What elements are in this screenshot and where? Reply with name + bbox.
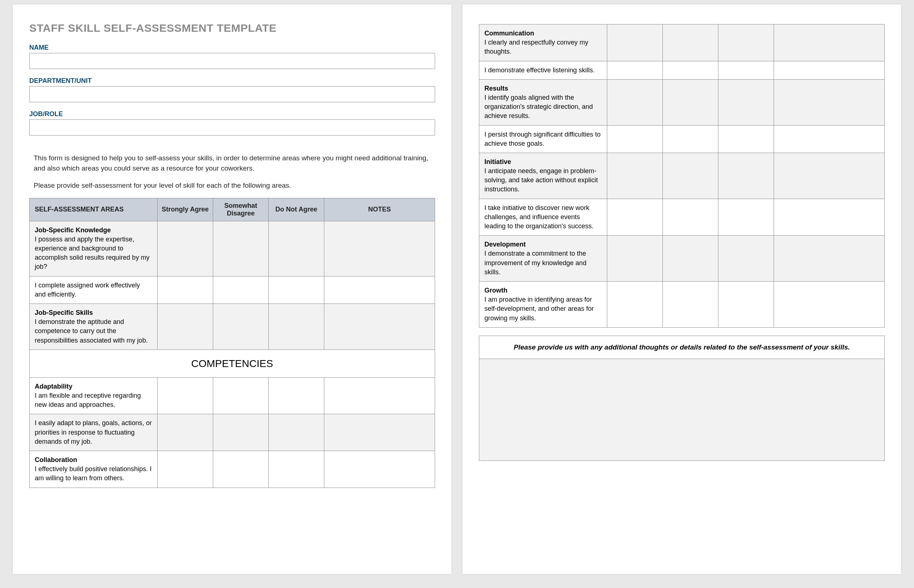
table-row: GrowthI am proactive in identifying area… xyxy=(479,281,885,327)
strongly-agree-cell[interactable] xyxy=(157,377,213,414)
table-row: CommunicationI clearly and respectfully … xyxy=(479,24,885,61)
name-label: NAME xyxy=(29,44,435,52)
col-notes: NOTES xyxy=(324,198,435,221)
somewhat-disagree-cell[interactable] xyxy=(663,153,718,199)
do-not-agree-cell[interactable] xyxy=(718,236,774,281)
intro-paragraph-1: This form is designed to help you to sel… xyxy=(34,153,431,173)
assessment-area-text: I take initiative to discover new work c… xyxy=(485,204,594,230)
assessment-area-cell: I persist through significant difficulti… xyxy=(479,125,607,153)
notes-cell[interactable] xyxy=(774,199,885,236)
do-not-agree-cell[interactable] xyxy=(718,61,774,79)
do-not-agree-cell[interactable] xyxy=(269,414,324,451)
do-not-agree-cell[interactable] xyxy=(718,79,774,125)
somewhat-disagree-cell[interactable] xyxy=(663,79,718,125)
somewhat-disagree-cell[interactable] xyxy=(663,199,718,236)
somewhat-disagree-cell[interactable] xyxy=(663,24,718,61)
competencies-section-row: COMPETENCIES xyxy=(30,349,435,377)
table-row: I easily adapt to plans, goals, actions,… xyxy=(30,414,435,451)
do-not-agree-cell[interactable] xyxy=(718,199,774,236)
assessment-area-text: I demonstrate the aptitude and competenc… xyxy=(35,318,148,344)
strongly-agree-cell[interactable] xyxy=(607,79,663,125)
table-row: I take initiative to discover new work c… xyxy=(479,199,885,236)
assessment-area-heading: Collaboration xyxy=(35,456,152,465)
strongly-agree-cell[interactable] xyxy=(607,199,663,236)
table-row: ResultsI identify goals aligned with the… xyxy=(479,79,885,125)
department-field-group: DEPARTMENT/UNIT xyxy=(29,77,435,102)
name-input[interactable] xyxy=(29,53,435,69)
assessment-area-text: I possess and apply the expertise, exper… xyxy=(35,236,149,271)
strongly-agree-cell[interactable] xyxy=(157,414,213,451)
assessment-table-page2: CommunicationI clearly and respectfully … xyxy=(479,24,885,328)
assessment-area-cell: I take initiative to discover new work c… xyxy=(479,199,607,236)
somewhat-disagree-cell[interactable] xyxy=(213,377,269,414)
somewhat-disagree-cell[interactable] xyxy=(213,451,269,488)
notes-cell[interactable] xyxy=(774,61,885,79)
strongly-agree-cell[interactable] xyxy=(157,451,213,488)
assessment-area-text: I persist through significant difficulti… xyxy=(485,131,601,147)
job-input[interactable] xyxy=(29,120,435,136)
department-input[interactable] xyxy=(29,86,435,102)
assessment-area-cell: Job-Specific SkillsI demonstrate the apt… xyxy=(30,304,157,349)
do-not-agree-cell[interactable] xyxy=(718,281,774,327)
notes-cell[interactable] xyxy=(324,276,435,304)
assessment-area-cell: Job-Specific KnowledgeI possess and appl… xyxy=(30,221,157,276)
notes-cell[interactable] xyxy=(774,24,885,61)
assessment-area-heading: Adaptability xyxy=(35,382,152,391)
strongly-agree-cell[interactable] xyxy=(607,281,663,327)
notes-cell[interactable] xyxy=(324,221,435,276)
assessment-area-cell: CommunicationI clearly and respectfully … xyxy=(479,24,607,61)
notes-cell[interactable] xyxy=(774,281,885,327)
strongly-agree-cell[interactable] xyxy=(607,61,663,79)
somewhat-disagree-cell[interactable] xyxy=(213,276,269,304)
strongly-agree-cell[interactable] xyxy=(607,153,663,199)
notes-cell[interactable] xyxy=(324,304,435,349)
assessment-area-cell: DevelopmentI demonstrate a commitment to… xyxy=(479,236,607,281)
assessment-area-cell: I easily adapt to plans, goals, actions,… xyxy=(30,414,157,451)
table-row: InitiativeI anticipate needs, engage in … xyxy=(479,153,885,199)
assessment-area-cell: InitiativeI anticipate needs, engage in … xyxy=(479,153,607,199)
strongly-agree-cell[interactable] xyxy=(157,304,213,349)
assessment-area-text: I identify goals aligned with the organi… xyxy=(485,94,593,120)
do-not-agree-cell[interactable] xyxy=(269,377,324,414)
notes-cell[interactable] xyxy=(774,153,885,199)
strongly-agree-cell[interactable] xyxy=(607,24,663,61)
page-1: STAFF SKILL SELF-ASSESSMENT TEMPLATE NAM… xyxy=(13,4,452,574)
notes-cell[interactable] xyxy=(774,79,885,125)
somewhat-disagree-cell[interactable] xyxy=(663,61,718,79)
col-do-not-agree: Do Not Agree xyxy=(269,198,324,221)
assessment-area-text: I am flexible and receptive regarding ne… xyxy=(35,392,141,408)
notes-cell[interactable] xyxy=(774,125,885,153)
notes-cell[interactable] xyxy=(324,414,435,451)
do-not-agree-cell[interactable] xyxy=(269,221,324,276)
do-not-agree-cell[interactable] xyxy=(718,153,774,199)
assessment-table-page1: SELF-ASSESSMENT AREAS Strongly Agree Som… xyxy=(29,198,435,488)
strongly-agree-cell[interactable] xyxy=(607,236,663,281)
somewhat-disagree-cell[interactable] xyxy=(213,221,269,276)
assessment-area-heading: Results xyxy=(485,84,602,93)
assessment-area-heading: Communication xyxy=(485,29,602,38)
strongly-agree-cell[interactable] xyxy=(157,221,213,276)
somewhat-disagree-cell[interactable] xyxy=(213,414,269,451)
somewhat-disagree-cell[interactable] xyxy=(213,304,269,349)
somewhat-disagree-cell[interactable] xyxy=(663,281,718,327)
assessment-area-text: I demonstrate effective listening skills… xyxy=(485,66,595,74)
notes-cell[interactable] xyxy=(774,236,885,281)
assessment-area-heading: Job-Specific Knowledge xyxy=(35,226,152,235)
col-strongly-agree: Strongly Agree xyxy=(157,198,213,221)
do-not-agree-cell[interactable] xyxy=(269,451,324,488)
do-not-agree-cell[interactable] xyxy=(718,125,774,153)
somewhat-disagree-cell[interactable] xyxy=(663,125,718,153)
additional-thoughts-textarea[interactable] xyxy=(479,359,885,461)
notes-cell[interactable] xyxy=(324,451,435,488)
do-not-agree-cell[interactable] xyxy=(718,24,774,61)
somewhat-disagree-cell[interactable] xyxy=(663,236,718,281)
do-not-agree-cell[interactable] xyxy=(269,276,324,304)
table-row: I persist through significant difficulti… xyxy=(479,125,885,153)
strongly-agree-cell[interactable] xyxy=(157,276,213,304)
do-not-agree-cell[interactable] xyxy=(269,304,324,349)
assessment-area-cell: I complete assigned work effectively and… xyxy=(30,276,157,304)
notes-cell[interactable] xyxy=(324,377,435,414)
assessment-area-text: I complete assigned work effectively and… xyxy=(35,281,140,298)
strongly-agree-cell[interactable] xyxy=(607,125,663,153)
job-field-group: JOB/ROLE xyxy=(29,110,435,136)
